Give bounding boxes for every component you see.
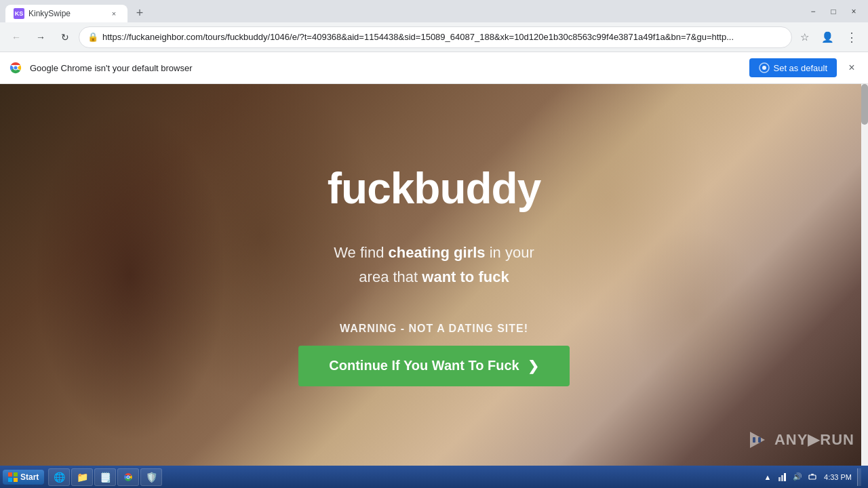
taskbar-item-shield[interactable]: 🛡️ bbox=[140, 468, 162, 486]
cta-button[interactable]: Continue If You Want To Fuck ❯ bbox=[298, 346, 570, 386]
svg-point-3 bbox=[14, 66, 18, 70]
start-label: Start bbox=[20, 472, 39, 482]
start-button[interactable]: Start bbox=[3, 470, 44, 485]
svg-rect-18 bbox=[809, 475, 816, 479]
scrollbar-track[interactable] bbox=[861, 84, 868, 466]
active-tab[interactable]: KS KinkySwipe × bbox=[5, 5, 127, 22]
taskbar-item-notepad[interactable]: 🗒️ bbox=[94, 468, 116, 486]
system-tray: ▲ 🔊 4:33 PM bbox=[757, 468, 865, 486]
tab-close-button[interactable]: × bbox=[108, 8, 119, 19]
infobar-message: Google Chrome isn't your default browser bbox=[30, 63, 743, 73]
network-tray-icon[interactable] bbox=[776, 471, 789, 483]
tagline-text2: area that want to fuck bbox=[359, 268, 509, 285]
secure-icon: 🔒 bbox=[87, 32, 98, 42]
tab-title: KinkySwipe bbox=[28, 9, 104, 18]
svg-rect-12 bbox=[14, 478, 18, 482]
content-overlay: fuckbuddy We find cheating girls in your… bbox=[0, 84, 868, 466]
taskbar-items: 🌐 📁 🗒️ 🛡️ bbox=[45, 468, 756, 486]
warning-text: WARNING - NOT A DATING SITE! bbox=[340, 323, 528, 335]
chrome-taskbar-icon bbox=[122, 471, 134, 483]
chrome-logo-icon bbox=[8, 60, 23, 75]
bookmark-button[interactable]: ☆ bbox=[795, 28, 814, 47]
show-desktop-button[interactable] bbox=[857, 468, 861, 486]
taskbar-item-ie[interactable]: 🌐 bbox=[48, 468, 70, 486]
url-text: https://fuckaneighbor.com/tours/fuckbudd… bbox=[102, 32, 783, 42]
notepad-icon: 🗒️ bbox=[99, 471, 111, 483]
folder-icon: 📁 bbox=[76, 471, 88, 483]
shield-taskbar-icon: 🛡️ bbox=[145, 471, 157, 483]
ie-icon: 🌐 bbox=[53, 471, 65, 483]
minimize-button[interactable]: − bbox=[804, 3, 822, 20]
window-controls: − □ × bbox=[804, 3, 863, 20]
back-button[interactable]: ← bbox=[5, 26, 27, 48]
svg-rect-8 bbox=[758, 437, 761, 443]
scrollbar-thumb[interactable] bbox=[861, 84, 868, 125]
system-clock[interactable]: 4:33 PM bbox=[821, 473, 854, 481]
cta-arrow-icon: ❯ bbox=[528, 358, 539, 374]
taskbar: Start 🌐 📁 🗒️ bbox=[0, 466, 868, 488]
svg-rect-10 bbox=[14, 472, 18, 476]
start-icon bbox=[8, 472, 18, 482]
infobar: Google Chrome isn't your default browser… bbox=[0, 52, 868, 84]
svg-rect-15 bbox=[778, 477, 781, 481]
set-default-icon bbox=[759, 62, 770, 73]
tab-favicon: KS bbox=[14, 8, 24, 19]
chrome-menu-button[interactable]: ⋮ bbox=[841, 26, 863, 48]
anyrun-play-icon bbox=[745, 428, 769, 452]
svg-rect-9 bbox=[8, 472, 12, 476]
svg-rect-7 bbox=[753, 437, 755, 443]
page-content: fuckbuddy We find cheating girls in your… bbox=[0, 84, 868, 466]
svg-rect-16 bbox=[781, 475, 783, 481]
taskbar-item-folder[interactable]: 📁 bbox=[71, 468, 93, 486]
tagline-text1: We find cheating girls in your bbox=[334, 244, 534, 261]
set-default-button[interactable]: Set as default bbox=[749, 58, 837, 77]
new-tab-button[interactable]: + bbox=[130, 3, 149, 22]
maximize-button[interactable]: □ bbox=[825, 3, 842, 20]
svg-rect-17 bbox=[784, 473, 786, 481]
forward-button[interactable]: → bbox=[30, 26, 52, 48]
another-tray-icon[interactable] bbox=[806, 471, 818, 483]
infobar-close-button[interactable]: × bbox=[844, 60, 860, 76]
svg-rect-11 bbox=[8, 478, 12, 482]
tagline-bold2: want to fuck bbox=[422, 268, 509, 285]
tab-strip: KS KinkySwipe × + bbox=[5, 0, 804, 22]
svg-point-14 bbox=[127, 476, 130, 479]
tray-expand-icon[interactable]: ▲ bbox=[762, 471, 774, 483]
watermark: ANY▶RUN bbox=[745, 428, 854, 452]
cta-label: Continue If You Want To Fuck bbox=[329, 358, 519, 373]
site-title: fuckbuddy bbox=[328, 163, 541, 214]
tagline: We find cheating girls in your area that… bbox=[334, 241, 534, 288]
volume-tray-icon[interactable]: 🔊 bbox=[791, 471, 804, 483]
svg-marker-6 bbox=[750, 432, 765, 448]
close-button[interactable]: × bbox=[845, 3, 863, 20]
set-default-label: Set as default bbox=[774, 63, 828, 73]
watermark-text: ANY▶RUN bbox=[774, 431, 854, 449]
tagline-bold1: cheating girls bbox=[389, 244, 486, 261]
svg-rect-19 bbox=[811, 474, 814, 475]
profile-button[interactable]: 👤 bbox=[816, 26, 838, 48]
taskbar-item-chrome[interactable] bbox=[117, 468, 139, 486]
titlebar: KS KinkySwipe × + − □ × bbox=[0, 0, 868, 22]
reload-button[interactable]: ↻ bbox=[54, 26, 76, 48]
address-bar[interactable]: 🔒 https://fuckaneighbor.com/tours/fuckbu… bbox=[79, 26, 792, 48]
browser-toolbar: ← → ↻ 🔒 https://fuckaneighbor.com/tours/… bbox=[0, 22, 868, 52]
svg-point-5 bbox=[762, 66, 766, 70]
